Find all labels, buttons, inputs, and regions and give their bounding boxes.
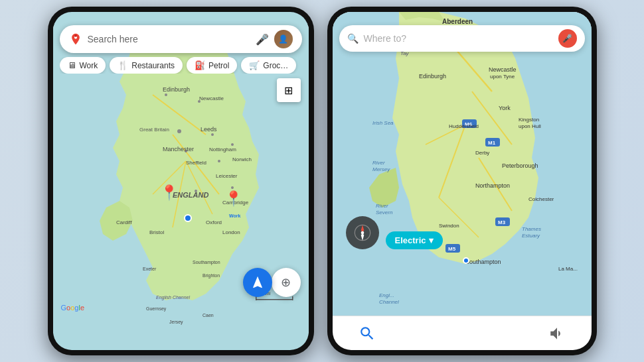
left-search-bar[interactable]: Search here 🎤 👤 xyxy=(60,25,302,53)
right-location-dot xyxy=(463,257,469,264)
svg-text:River: River xyxy=(372,160,385,166)
svg-text:Channel: Channel xyxy=(379,299,399,305)
left-avatar[interactable]: 👤 xyxy=(274,30,293,48)
svg-text:Leicester: Leicester xyxy=(216,173,238,179)
left-search-input-wrapper[interactable]: Search here 🎤 👤 xyxy=(60,25,302,53)
svg-text:Engl...: Engl... xyxy=(379,292,394,298)
left-chips: 🖥 Work 🍴 Restaurants ⛽ Petrol 🛒 xyxy=(60,57,309,74)
petrol-chip[interactable]: ⛽ Petrol xyxy=(187,57,237,74)
page-background: 17:21 📶 66% xyxy=(0,0,644,362)
svg-text:upon Hull: upon Hull xyxy=(519,123,541,129)
svg-text:Severn: Severn xyxy=(376,210,393,215)
right-search-icon: 🔍 xyxy=(347,33,359,44)
petrol-chip-label: Petrol xyxy=(208,61,229,70)
svg-text:Great Britain: Great Britain xyxy=(139,127,169,133)
left-mic-icon[interactable]: 🎤 xyxy=(256,33,269,46)
svg-text:Kingston: Kingston xyxy=(519,117,539,123)
right-phone-screen: 17:21 📶 66% xyxy=(333,12,592,350)
svg-text:Sheffield: Sheffield xyxy=(186,160,206,166)
svg-text:Swindon: Swindon xyxy=(439,223,459,229)
right-search-icon-svg xyxy=(359,325,376,342)
svg-point-11 xyxy=(218,160,220,162)
right-map-bg: M6 M1 M3 M5 Aberdeen Firth of Tay Edin xyxy=(333,12,592,316)
right-search-bar[interactable]: 🔍 Where to? 🎤 xyxy=(339,25,585,52)
svg-text:Brighton: Brighton xyxy=(202,273,220,278)
svg-text:Derby: Derby xyxy=(475,150,489,156)
electric-chip-label: Electric xyxy=(395,235,426,245)
work-chip-icon: 🖥 xyxy=(68,60,76,70)
restaurants-chip-icon: 🍴 xyxy=(118,60,128,70)
right-mic-button[interactable]: 🎤 xyxy=(558,29,577,48)
right-map-svg: M6 M1 M3 M5 Aberdeen Firth of Tay Edin xyxy=(333,12,592,316)
svg-text:London: London xyxy=(222,229,240,235)
svg-text:Cardiff: Cardiff xyxy=(116,219,132,225)
left-map-background: Edinburgh Newcastle Leeds Great Britain … xyxy=(53,12,309,350)
svg-text:Work: Work xyxy=(229,213,240,218)
svg-text:Jersey: Jersey xyxy=(169,320,183,325)
right-nav-search[interactable] xyxy=(353,319,382,348)
svg-text:Northampton: Northampton xyxy=(475,182,510,189)
svg-point-12 xyxy=(231,143,234,146)
left-phone-frame: 17:21 📶 66% xyxy=(48,7,314,355)
groc-chip[interactable]: 🛒 Groc… xyxy=(241,57,296,74)
svg-text:Thames: Thames xyxy=(522,226,541,232)
svg-text:Newcastle: Newcastle xyxy=(199,95,224,101)
svg-text:Norwich: Norwich xyxy=(232,156,252,162)
svg-text:Mersey: Mersey xyxy=(372,166,390,172)
right-search-text[interactable]: Where to? xyxy=(364,33,553,44)
left-red-pin: 📍 xyxy=(160,184,178,202)
svg-text:Bristol: Bristol xyxy=(149,229,164,235)
svg-text:Irish Sea: Irish Sea xyxy=(372,120,394,126)
svg-point-84 xyxy=(361,231,364,235)
svg-text:Huddersfield: Huddersfield xyxy=(449,123,479,129)
svg-text:Oxford: Oxford xyxy=(206,219,222,225)
nav-arrow-icon xyxy=(250,275,265,290)
right-bottom-nav xyxy=(333,316,592,350)
petrol-chip-icon: ⛽ xyxy=(195,60,205,70)
svg-text:River: River xyxy=(376,203,388,209)
svg-text:Manchester: Manchester xyxy=(163,146,194,152)
svg-text:English Channel: English Channel xyxy=(156,295,190,300)
restaurants-chip-label: Restaurants xyxy=(131,61,175,70)
svg-text:Newcastle: Newcastle xyxy=(489,66,517,73)
svg-text:Leeds: Leeds xyxy=(201,126,217,133)
svg-point-14 xyxy=(231,186,234,189)
svg-text:Edinburgh: Edinburgh xyxy=(419,73,446,80)
left-work-pin: 📍 xyxy=(224,190,242,208)
svg-point-10 xyxy=(211,133,214,136)
svg-point-6 xyxy=(165,93,167,96)
svg-text:Nottingham: Nottingham xyxy=(209,147,236,152)
location-button[interactable]: ⊕ xyxy=(272,268,301,297)
svg-text:Exeter: Exeter xyxy=(143,267,157,271)
electric-chip[interactable]: Electric ▾ xyxy=(386,231,443,249)
google-logo: Google xyxy=(61,304,85,312)
compass-icon xyxy=(353,223,372,242)
svg-text:Edinburgh: Edinburgh xyxy=(163,86,190,93)
svg-text:Aberdeen: Aberdeen xyxy=(442,18,473,25)
electric-chip-arrow: ▾ xyxy=(429,235,434,245)
right-nav-volume[interactable] xyxy=(542,319,572,348)
svg-text:Southampton: Southampton xyxy=(465,259,501,265)
navigation-button[interactable] xyxy=(243,268,272,297)
right-volume-icon-svg xyxy=(548,325,566,342)
svg-point-8 xyxy=(177,129,181,133)
restaurants-chip[interactable]: 🍴 Restaurants xyxy=(110,57,183,74)
right-phone-frame: 17:21 📶 66% xyxy=(327,7,597,355)
svg-text:M5: M5 xyxy=(448,246,456,252)
compass-button[interactable] xyxy=(346,216,379,249)
left-location-dot xyxy=(184,214,192,222)
svg-text:Southampton: Southampton xyxy=(193,260,220,265)
svg-rect-40 xyxy=(292,296,293,300)
svg-rect-38 xyxy=(256,299,292,300)
left-phone-screen: 17:21 📶 66% xyxy=(53,12,309,350)
svg-text:Colchester: Colchester xyxy=(528,196,554,202)
work-chip[interactable]: 🖥 Work xyxy=(60,57,106,74)
left-search-text[interactable]: Search here xyxy=(88,34,250,44)
svg-text:Estuary: Estuary xyxy=(522,233,540,239)
work-chip-label: Work xyxy=(80,61,98,70)
svg-text:Peterborough: Peterborough xyxy=(502,162,538,169)
phones-container: 17:21 📶 66% xyxy=(48,7,597,355)
google-maps-pin-icon xyxy=(69,32,82,46)
layers-button[interactable]: ⊞ xyxy=(277,78,301,102)
svg-text:Caen: Caen xyxy=(202,313,214,318)
